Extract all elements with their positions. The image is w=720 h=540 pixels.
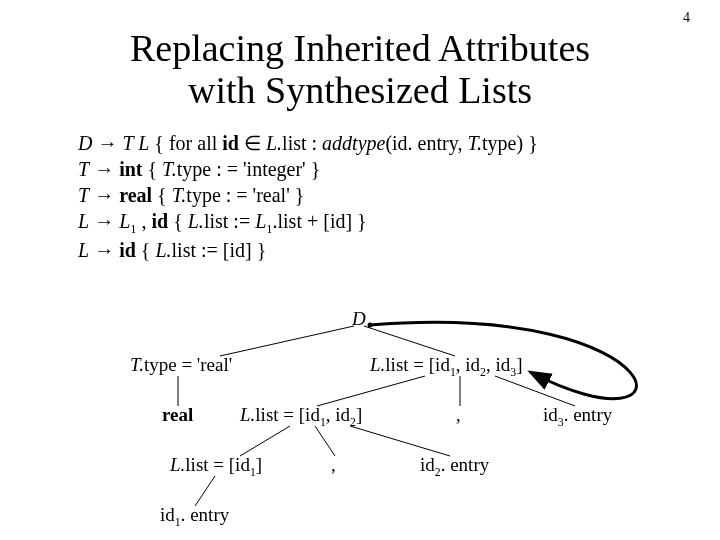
page-number: 4 [683, 10, 690, 26]
kw-id: id [114, 239, 136, 261]
svg-line-9 [195, 476, 215, 506]
kw-int: int [114, 158, 142, 180]
node-l-mid: L.list = [id1, id2] [240, 404, 362, 430]
node-comma-1: , [456, 404, 461, 426]
svg-line-0 [220, 326, 354, 356]
sym-l1b: L [255, 210, 266, 232]
txt: { [152, 184, 172, 206]
var-l: L. [188, 210, 204, 232]
svg-line-5 [495, 376, 575, 406]
svg-line-6 [240, 426, 290, 456]
sym-l1: L [114, 210, 130, 232]
sym-l: L [78, 239, 89, 261]
txt: type) } [482, 132, 538, 154]
txt: list := [id] } [172, 239, 267, 261]
grammar-block: D → T L { for all id ∈ L.list : addtype(… [78, 130, 720, 263]
node-id2: id2. entry [420, 454, 489, 480]
var-l: L. [266, 132, 282, 154]
in-sym: ∈ [239, 132, 266, 154]
sym-l: L [78, 210, 89, 232]
parse-tree: D T.type = 'real' L.list = [id1, id2, id… [0, 310, 720, 540]
slide-title: Replacing Inherited Attributes with Synt… [0, 28, 720, 112]
var-t: T. [162, 158, 177, 180]
var-t: T. [467, 132, 482, 154]
node-l-bot: L.list = [id1] [170, 454, 262, 480]
txt: type : = 'real' } [186, 184, 304, 206]
txt: { [142, 158, 162, 180]
txt: (id. entry, [385, 132, 467, 154]
txt: { [136, 239, 156, 261]
sym-tl: T L [117, 132, 149, 154]
sym-d: D [78, 132, 92, 154]
grammar-line-2: T → int { T.type : = 'integer' } [78, 156, 720, 182]
title-line-2: with Synthesized Lists [188, 69, 532, 111]
grammar-line-3: T → real { T.type : = 'real' } [78, 182, 720, 208]
node-l-top: L.list = [id1, id2, id3] [370, 354, 522, 380]
kw-id: id [151, 210, 168, 232]
svg-point-10 [368, 323, 373, 328]
node-id1: id1. entry [160, 504, 229, 530]
grammar-line-5: L → id { L.list := [id] } [78, 237, 720, 263]
func: addtype [322, 132, 385, 154]
node-t-annot: T.type = 'real' [130, 354, 232, 376]
txt: .list + [id] } [273, 210, 367, 232]
txt: list := [204, 210, 255, 232]
txt: type : = 'integer' } [177, 158, 321, 180]
kw-real: real [114, 184, 152, 206]
node-real: real [162, 404, 193, 426]
txt: { for all [149, 132, 222, 154]
kw-id: id [222, 132, 239, 154]
svg-line-8 [350, 426, 450, 456]
sym-t: T [78, 184, 89, 206]
svg-line-7 [315, 426, 335, 456]
node-comma-2: , [331, 454, 336, 476]
var-l: L. [155, 239, 171, 261]
txt: , [136, 210, 151, 232]
svg-line-3 [317, 376, 425, 406]
grammar-line-4: L → L1 , id { L.list := L1.list + [id] } [78, 208, 720, 237]
var-t: T. [172, 184, 187, 206]
txt: list : [282, 132, 322, 154]
grammar-line-1: D → T L { for all id ∈ L.list : addtype(… [78, 130, 720, 156]
sym-t: T [78, 158, 89, 180]
title-line-1: Replacing Inherited Attributes [130, 27, 590, 69]
node-id3: id3. entry [543, 404, 612, 430]
svg-line-1 [364, 326, 455, 356]
txt: { [168, 210, 188, 232]
node-d: D [352, 308, 366, 330]
